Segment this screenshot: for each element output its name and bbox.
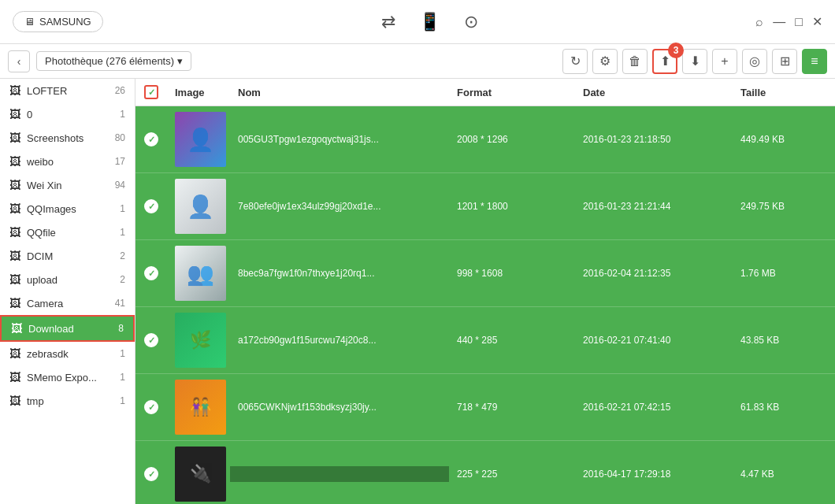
row-checkbox[interactable] xyxy=(144,467,158,481)
table-row: 👥8bec9a7fgw1f0n7thxye1j20rq1...998 * 160… xyxy=(135,240,835,307)
file-name: 8bec9a7fgw1f0n7thxye1j20rq1... xyxy=(230,263,449,284)
name-header: Nom xyxy=(230,85,449,99)
row-checkbox-cell xyxy=(135,195,167,218)
row-checkbox[interactable] xyxy=(144,333,158,347)
file-format: 440 * 285 xyxy=(449,330,575,350)
top-bar: 🖥 SAMSUNG ⇄ 📱 ⊙ ⌕ — □ ✕ xyxy=(0,0,835,44)
table-row: 🌿a172cb90gw1f15urcwu74j20c8...440 * 2852… xyxy=(135,307,835,374)
sidebar-item-count: 17 xyxy=(115,156,125,167)
row-checkbox[interactable] xyxy=(144,199,158,213)
sidebar-item-zebrasdk[interactable]: 🖼zebrasdk1 xyxy=(0,342,135,365)
maximize-button[interactable]: □ xyxy=(795,15,803,29)
sidebar-item-weixin[interactable]: 🖼Wei Xin94 xyxy=(0,173,135,197)
select-all-checkbox[interactable] xyxy=(144,85,158,99)
sidebar-item-smemoexpo...[interactable]: 🖼SMemo Expo...1 xyxy=(0,365,135,389)
sidebar-item-label: upload xyxy=(27,274,58,286)
transfer-icon[interactable]: ⇄ xyxy=(381,12,395,32)
sidebar-item-screenshots[interactable]: 🖼Screenshots80 xyxy=(0,126,135,150)
file-name: 7e80efe0jw1ex34ulz99gj20xd1e... xyxy=(230,196,449,217)
search-button[interactable]: ⌕ xyxy=(755,15,763,29)
thumbnail-image[interactable]: 👫 xyxy=(175,380,226,435)
file-date: 2016-01-23 21:21:44 xyxy=(575,196,733,217)
top-bar-left: 🖥 SAMSUNG xyxy=(13,11,103,32)
sidebar-item-label: SMemo Expo... xyxy=(27,372,97,384)
folder-icon: 🖼 xyxy=(9,371,20,384)
thumbnail-image[interactable]: 🔌 xyxy=(175,447,226,502)
sidebar-item-count: 2 xyxy=(120,250,125,261)
sidebar-item-count: 26 xyxy=(115,85,125,96)
list-view-button[interactable]: ≡ xyxy=(802,49,827,74)
folder-icon: 🖼 xyxy=(9,202,20,215)
file-name: 005GU3Tpgw1ezgoqyctwaj31js... xyxy=(230,129,449,150)
sidebar-item-lofter[interactable]: 🖼LOFTER26 xyxy=(0,79,135,102)
export-button-wrap: ⬆ 3 xyxy=(652,49,677,74)
import-button[interactable]: ⬇ xyxy=(682,49,707,74)
sidebar-item-weibo[interactable]: 🖼weibo17 xyxy=(0,150,135,173)
content-area: Image Nom Format Date Taille 👤005GU3Tpgw… xyxy=(135,79,835,504)
settings-button[interactable]: ⚙ xyxy=(592,49,618,74)
sidebar-item-count: 8 xyxy=(118,323,124,334)
sidebar-item-upload[interactable]: 🖼upload2 xyxy=(0,268,135,291)
breadcrumb-text: Photothèque (276 éléments) xyxy=(45,55,174,67)
sidebar-item-qqfile[interactable]: 🖼QQfile1 xyxy=(0,220,135,244)
row-checkbox[interactable] xyxy=(144,400,158,414)
header-checkbox-cell xyxy=(135,85,167,99)
row-checkbox[interactable] xyxy=(144,132,158,146)
sidebar-item-count: 1 xyxy=(120,395,125,406)
sidebar-item-count: 41 xyxy=(115,298,125,309)
sidebar-item-dcim[interactable]: 🖼DCIM2 xyxy=(0,244,135,268)
file-date: 2016-04-17 17:29:18 xyxy=(575,464,733,484)
grid-view-button[interactable]: ⊞ xyxy=(772,49,797,74)
delete-button[interactable]: 🗑 xyxy=(622,49,648,74)
thumbnail-image[interactable]: 👤 xyxy=(175,112,226,167)
sidebar-item-download[interactable]: 🖼Download8 xyxy=(0,315,135,342)
sidebar-item-count: 1 xyxy=(120,348,125,359)
file-size: 43.85 KB xyxy=(733,330,835,350)
thumbnail-image[interactable]: 👤 xyxy=(175,179,226,234)
file-size: 249.75 KB xyxy=(733,196,835,217)
sidebar-item-0[interactable]: 🖼01 xyxy=(0,102,135,126)
sidebar-item-label: QQfile xyxy=(27,227,56,239)
row-checkbox-cell xyxy=(135,395,167,419)
file-size: 61.83 KB xyxy=(733,397,835,417)
sidebar-item-label: QQImages xyxy=(27,203,76,215)
row-checkbox-cell xyxy=(135,261,167,285)
sidebar-item-label: Screenshots xyxy=(27,132,84,144)
folder-icon: 🖼 xyxy=(9,226,20,239)
top-bar-right: ⌕ — □ ✕ xyxy=(755,14,822,29)
file-format: 225 * 225 xyxy=(449,464,575,484)
sidebar-item-count: 1 xyxy=(120,227,125,238)
row-checkbox[interactable] xyxy=(144,266,158,280)
minimize-button[interactable]: — xyxy=(773,15,785,29)
sidebar-item-count: 80 xyxy=(115,132,125,143)
date-header: Date xyxy=(575,85,733,99)
table-row: 👫0065CWKNjw1f153bdksyzj30jy...718 * 4792… xyxy=(135,374,835,441)
sidebar-item-count: 1 xyxy=(120,109,125,120)
table-row: 👤005GU3Tpgw1ezgoqyctwaj31js...2008 * 129… xyxy=(135,106,835,173)
refresh-button[interactable]: ↻ xyxy=(562,49,588,74)
thumbnail-image[interactable]: 🌿 xyxy=(175,313,226,368)
size-header: Taille xyxy=(733,85,835,99)
device-button[interactable]: 🖥 SAMSUNG xyxy=(13,11,103,32)
sidebar-item-label: Download xyxy=(28,323,74,335)
folder-icon: 🖼 xyxy=(9,297,20,309)
folder-icon: 🖼 xyxy=(9,347,20,360)
main-area: 🖼LOFTER26🖼01🖼Screenshots80🖼weibo17🖼Wei X… xyxy=(0,79,835,504)
close-button[interactable]: ✕ xyxy=(812,14,822,29)
back-button[interactable]: ‹ xyxy=(8,50,30,72)
table-row: 👤7e80efe0jw1ex34ulz99gj20xd1e...1201 * 1… xyxy=(135,173,835,240)
row-checkbox-cell xyxy=(135,328,167,352)
hidden-button[interactable]: ◎ xyxy=(742,49,767,74)
breadcrumb-arrow-icon: ▾ xyxy=(177,55,183,67)
sidebar-item-qqimages[interactable]: 🖼QQImages1 xyxy=(0,197,135,220)
table-header: Image Nom Format Date Taille xyxy=(135,79,835,106)
breadcrumb-button[interactable]: Photothèque (276 éléments) ▾ xyxy=(36,51,191,71)
thumbnail-image[interactable]: 👥 xyxy=(175,246,226,301)
file-date: 2016-01-23 21:18:50 xyxy=(575,129,733,150)
sidebar-item-tmp[interactable]: 🖼tmp1 xyxy=(0,389,135,413)
sidebar-item-camera[interactable]: 🖼Camera41 xyxy=(0,291,135,315)
phone-icon[interactable]: 📱 xyxy=(419,12,440,32)
format-header: Format xyxy=(449,85,575,99)
add-button[interactable]: + xyxy=(712,49,737,74)
download-circle-icon[interactable]: ⊙ xyxy=(464,12,478,32)
